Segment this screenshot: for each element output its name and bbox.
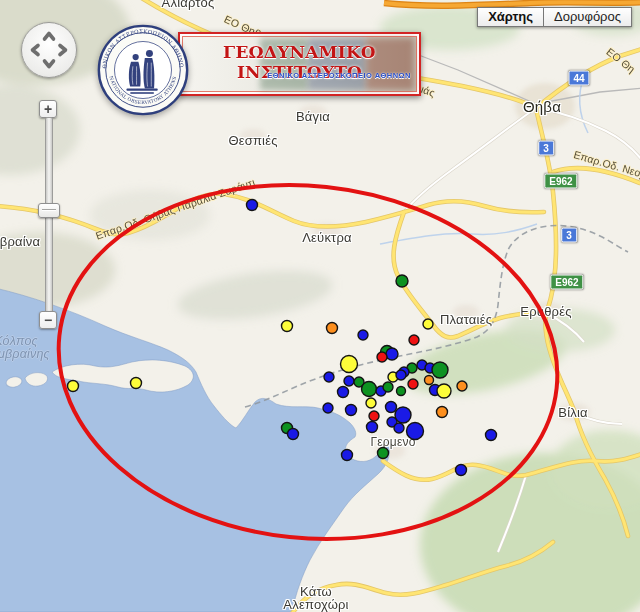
banner-plaque: ΓΕΩΔΥΝΑΜΙΚΟ ΙΝΣΤΙΤΟΥΤΟ ΕΘΝΙΚΟ ΑΣΤΕΡΟΣΚΟΠ… [178,32,421,96]
quake-marker-yellow[interactable] [341,356,358,373]
quake-marker-blue[interactable] [367,422,378,433]
quake-marker-green[interactable] [397,387,406,396]
quake-marker-blue[interactable] [346,405,357,416]
pan-left-icon[interactable] [33,46,39,55]
quake-marker-green[interactable] [362,382,377,397]
quake-marker-blue[interactable] [342,450,353,461]
quake-marker-green[interactable] [383,382,393,392]
quake-marker-orange[interactable] [327,323,338,334]
quake-marker-red[interactable] [369,411,379,421]
quake-marker-red[interactable] [409,335,419,345]
quake-marker-yellow[interactable] [282,321,293,332]
zoom-handle-grip-icon [42,209,56,211]
quake-marker-yellow[interactable] [68,381,79,392]
quake-marker-blue[interactable] [358,330,368,340]
quake-marker-blue[interactable] [456,465,467,476]
quake-marker-blue[interactable] [486,430,497,441]
quake-marker-yellow[interactable] [366,398,376,408]
zoom-in-button[interactable]: + [39,100,57,118]
quake-marker-blue[interactable] [386,348,398,360]
satellite-view-button[interactable]: Δορυφόρος [544,7,632,27]
quake-marker-green[interactable] [432,362,448,378]
banner-subtitle: ΕΘΝΙΚΟ ΑΣΤΕΡΟΣΚΟΠΕΙΟ ΑΘΗΝΩΝ [267,71,411,80]
quake-markers-layer [68,200,497,476]
quake-marker-blue[interactable] [324,372,334,382]
pan-down-icon[interactable] [45,61,54,67]
quake-marker-blue[interactable] [247,200,258,211]
pan-up-icon[interactable] [45,34,54,40]
map-canvas[interactable]: ΑλίαρτοςΘήβαΒάγιαΘεσπιέςΛεύκτραΠλαταιέςΕ… [0,0,640,612]
quake-marker-orange[interactable] [437,407,448,418]
quake-marker-blue[interactable] [407,423,424,440]
pan-control[interactable] [21,22,77,78]
observatory-seal-icon: ΕΘΝΙΚΟΝ ΑΣΤΕΡΟΣΚΟΠΕΙΟΝ ΑΘΗΝΩΝ NATIONAL O… [97,24,189,116]
quake-marker-red[interactable] [377,352,387,362]
quake-marker-green[interactable] [396,275,408,287]
quake-marker-yellow[interactable] [131,378,142,389]
quake-marker-blue[interactable] [394,423,404,433]
quake-marker-blue[interactable] [323,403,333,413]
quake-marker-blue[interactable] [344,376,354,386]
zoom-out-button[interactable]: − [39,311,57,329]
epicentral-ellipse [41,161,575,563]
quake-marker-yellow[interactable] [437,384,451,398]
quake-marker-blue[interactable] [288,429,299,440]
quake-marker-green[interactable] [378,448,389,459]
quake-marker-red[interactable] [408,379,418,389]
map-type-control: Χάρτης Δορυφόρος [477,7,632,27]
quake-marker-yellow[interactable] [423,319,433,329]
zoom-slider-handle[interactable] [38,203,60,218]
quake-marker-orange[interactable] [425,376,434,385]
quake-marker-blue[interactable] [396,370,406,380]
quake-marker-blue[interactable] [386,402,397,413]
quake-marker-blue[interactable] [338,387,349,398]
map-view-button[interactable]: Χάρτης [477,7,544,27]
pan-right-icon[interactable] [60,46,66,55]
quake-marker-orange[interactable] [457,381,467,391]
